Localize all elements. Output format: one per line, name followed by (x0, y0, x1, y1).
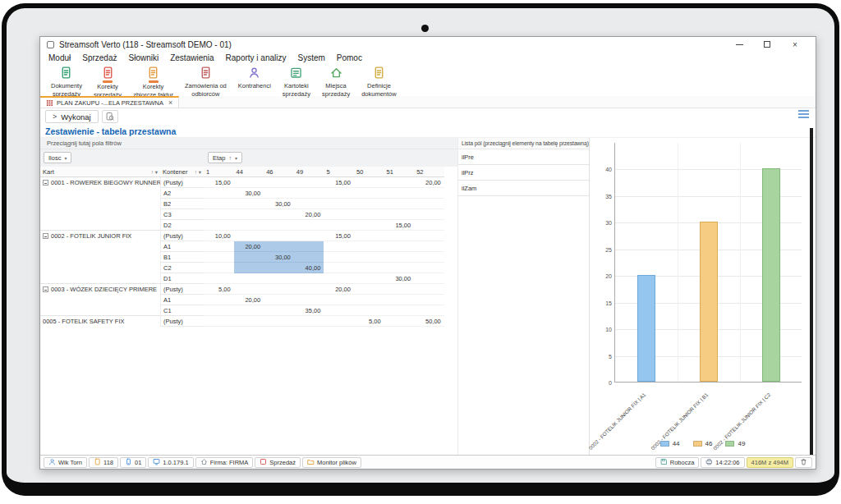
pivot-cell[interactable] (414, 273, 444, 284)
tab-plan-zakupu[interactable]: PLAN ZAKUPU -...ELA PRZESTAWNA × (40, 96, 179, 108)
pivot-header-kontener[interactable]: Kontener↑ ▾ (160, 167, 204, 177)
pivot-cell[interactable] (384, 177, 415, 188)
pivot-row-kart[interactable] (40, 295, 160, 305)
pivot-row-kart[interactable]: 0005 - FOTELIK SAFETY FIX (40, 316, 160, 327)
chart-bar-1[interactable] (637, 275, 655, 382)
pivot-cell[interactable] (384, 188, 415, 199)
field-item-ilprz[interactable]: ilPrz (458, 165, 589, 181)
pivot-cell[interactable] (414, 305, 444, 316)
pivot-cell[interactable]: 5,00 (354, 316, 384, 327)
collapse-icon[interactable] (43, 233, 48, 239)
pivot-cell[interactable] (354, 188, 384, 199)
pivot-cell[interactable] (294, 316, 324, 327)
pivot-cell[interactable] (294, 220, 324, 231)
pivot-cell[interactable] (384, 252, 415, 263)
collapse-icon[interactable] (43, 286, 48, 292)
pivot-cell[interactable] (204, 220, 234, 231)
pivot-cell[interactable] (354, 252, 384, 263)
pivot-cell[interactable] (354, 241, 384, 252)
pivot-cell[interactable] (354, 209, 384, 220)
toolbar-button-kartoteki-sprzeda-y[interactable]: Kartotekisprzedaży (277, 65, 316, 99)
pivot-cell[interactable] (354, 295, 384, 305)
pivot-row-kontener[interactable]: A2 (160, 188, 204, 199)
pivot-cell[interactable] (264, 188, 294, 199)
pivot-cell[interactable] (204, 316, 234, 327)
close-button[interactable]: × (781, 38, 809, 51)
pivot-cell[interactable] (204, 252, 234, 263)
pivot-cell[interactable] (324, 241, 354, 252)
pivot-cell[interactable] (324, 188, 354, 199)
pivot-cell[interactable] (234, 263, 264, 273)
toolbar-button-miejsca-sprzeda-y[interactable]: Miejscasprzedaży (316, 65, 356, 99)
pivot-cell[interactable] (354, 305, 384, 316)
pivot-cell[interactable] (294, 188, 324, 199)
toolbar-button-definicje-dokument-w[interactable]: Definicjedokumentów (356, 65, 402, 99)
pivot-cell[interactable] (414, 295, 444, 305)
pivot-row-kart[interactable] (40, 252, 160, 263)
pivot-cell[interactable] (324, 199, 354, 209)
pivot-cell[interactable] (324, 263, 354, 273)
pivot-cell[interactable]: 40,00 (294, 263, 324, 273)
pivot-row-kart[interactable] (40, 188, 160, 199)
pivot-cell[interactable] (234, 199, 264, 209)
menu-item-raporty-i-analizy[interactable]: Raporty i analizy (226, 53, 287, 62)
pivot-cell[interactable] (234, 209, 264, 220)
menu-item-modu-[interactable]: Moduł (48, 53, 71, 62)
filter-drop-zone[interactable]: Przeciągnij tutaj pola filtrów (40, 138, 457, 149)
minimize-button[interactable] (725, 38, 753, 51)
pivot-column-header-52[interactable]: 52 (414, 167, 444, 177)
collapse-icon[interactable] (43, 180, 48, 186)
pivot-cell[interactable] (264, 273, 294, 284)
pivot-cell[interactable] (204, 241, 234, 252)
pivot-row-kart[interactable] (40, 220, 160, 231)
pivot-cell[interactable]: 30,00 (264, 199, 294, 209)
pivot-cell[interactable] (354, 199, 384, 209)
pivot-cell[interactable] (234, 284, 264, 295)
pivot-cell[interactable] (294, 199, 324, 209)
preview-button[interactable] (102, 110, 118, 123)
pivot-cell[interactable] (414, 199, 444, 209)
pivot-column-header-49[interactable]: 49 (294, 167, 324, 177)
menu-item-system[interactable]: System (297, 53, 324, 62)
pivot-row-kontener[interactable]: D1 (160, 273, 204, 284)
pivot-cell[interactable]: 20,00 (234, 295, 264, 305)
field-item-ilpre[interactable]: ilPre (458, 149, 589, 165)
pivot-cell[interactable]: 15,00 (324, 231, 354, 241)
pivot-cell[interactable]: 15,00 (324, 177, 354, 188)
pivot-cell[interactable] (204, 188, 234, 199)
toolbar-button-zam-wienia-od-odbiorc-w[interactable]: Zamówienia ododbiorców (179, 65, 232, 99)
pivot-cell[interactable] (354, 263, 384, 273)
pivot-cell[interactable]: 30,00 (234, 188, 264, 199)
pivot-cell[interactable] (414, 231, 444, 241)
pivot-cell[interactable] (414, 284, 444, 295)
pivot-cell[interactable] (414, 263, 444, 273)
menu-item-pomoc[interactable]: Pomoc (337, 53, 362, 62)
pivot-cell[interactable] (264, 220, 294, 231)
pivot-cell[interactable] (414, 209, 444, 220)
pivot-cell[interactable]: 20,00 (234, 241, 264, 252)
pivot-cell[interactable] (294, 284, 324, 295)
pivot-cell[interactable] (384, 284, 415, 295)
pivot-cell[interactable] (414, 188, 444, 199)
pivot-cell[interactable] (264, 177, 294, 188)
pivot-cell[interactable] (234, 316, 264, 327)
menu-item-sprzeda-[interactable]: Sprzedaż (82, 53, 117, 62)
pivot-cell[interactable] (384, 305, 415, 316)
field-item-ilzam[interactable]: ilZam (458, 181, 589, 196)
toolbar-button-korekty-zbiorcze-faktur[interactable]: Korektyzbiorcze faktur (127, 65, 179, 100)
pivot-cell[interactable] (324, 316, 354, 327)
pivot-cell[interactable]: 30,00 (264, 252, 294, 263)
toolbar-button-dokumenty-sprzeda-y[interactable]: Dokumentysprzedaży (45, 65, 88, 99)
pivot-cell[interactable]: 30,00 (384, 273, 415, 284)
pivot-row-kart[interactable]: 0003 - WÓZEK DZIECIĘCY PRIMERE (40, 284, 160, 295)
pivot-column-header-50[interactable]: 50 (354, 167, 384, 177)
pivot-row-kart[interactable]: 0001 - ROWEREK BIEGOWY RUNNER (40, 177, 160, 188)
pivot-cell[interactable] (294, 295, 324, 305)
pivot-row-kart[interactable]: 0002 - FOTELIK JUNIOR FIX (40, 231, 160, 241)
pivot-cell[interactable] (324, 220, 354, 231)
pivot-cell[interactable] (354, 284, 384, 295)
pivot-cell[interactable]: 15,00 (204, 177, 234, 188)
pivot-cell[interactable] (264, 231, 294, 241)
pivot-cell[interactable] (204, 199, 234, 209)
pivot-cell[interactable] (324, 273, 354, 284)
